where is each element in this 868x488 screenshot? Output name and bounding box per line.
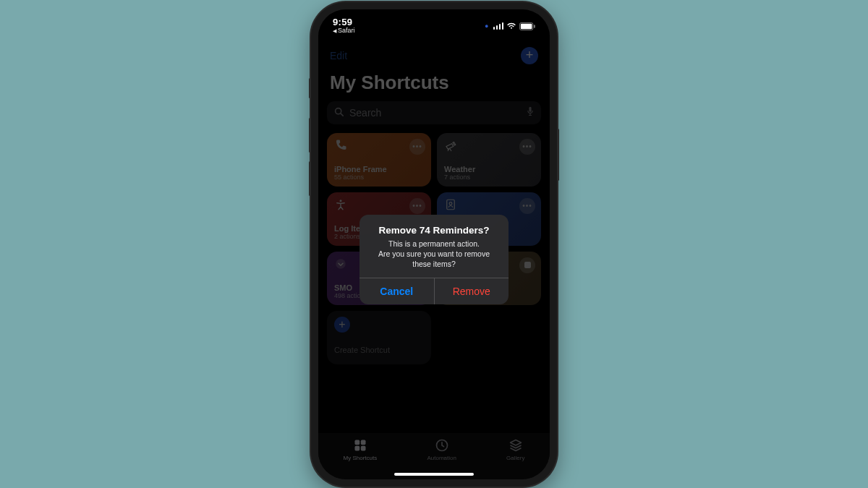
edit-button[interactable]: Edit: [330, 50, 347, 61]
clock-icon: [434, 437, 450, 453]
stop-icon[interactable]: [519, 257, 535, 273]
search-placeholder: Search: [349, 107, 521, 119]
phone-frame: 9:59 Safari ● Edit + My Shortcuts: [311, 2, 557, 487]
grid-icon: [352, 437, 368, 453]
badge-icon: [444, 198, 459, 213]
chevron-down-icon: [334, 257, 349, 272]
shortcut-tile[interactable]: ••• iPhone Frame 55 actions: [327, 133, 431, 187]
tab-label: Gallery: [506, 455, 524, 461]
svg-rect-1: [521, 23, 532, 28]
svg-point-9: [336, 259, 346, 269]
phone-icon: [334, 139, 349, 153]
tile-title: Weather: [444, 165, 534, 174]
search-input[interactable]: Search: [327, 101, 541, 124]
screen: 9:59 Safari ● Edit + My Shortcuts: [318, 9, 550, 479]
wifi-icon: [506, 22, 516, 30]
tile-subtitle: 55 actions: [334, 174, 424, 181]
cellular-signal-icon: [493, 22, 504, 30]
tab-gallery[interactable]: Gallery: [506, 437, 524, 461]
more-icon[interactable]: •••: [519, 198, 535, 214]
back-to-app[interactable]: Safari: [333, 27, 355, 34]
tab-my-shortcuts[interactable]: My Shortcuts: [344, 437, 378, 461]
svg-rect-12: [354, 445, 359, 450]
cancel-button[interactable]: Cancel: [359, 278, 435, 304]
remove-button[interactable]: Remove: [435, 278, 509, 304]
recording-indicator-icon: ●: [485, 22, 488, 30]
svg-rect-10: [354, 440, 359, 445]
stack-icon: [508, 437, 524, 453]
tab-label: My Shortcuts: [344, 455, 378, 461]
svg-rect-11: [361, 440, 366, 445]
status-time: 9:59: [333, 17, 352, 27]
notch: [380, 9, 488, 27]
shortcut-tile[interactable]: ••• Weather 7 actions: [437, 133, 541, 187]
svg-rect-13: [361, 445, 366, 450]
page-title: My Shortcuts: [327, 69, 541, 101]
telescope-icon: [444, 139, 459, 153]
svg-line-4: [341, 113, 343, 115]
svg-rect-5: [529, 106, 531, 111]
tile-subtitle: 7 actions: [444, 174, 534, 181]
battery-icon: [519, 22, 535, 30]
home-indicator[interactable]: [394, 473, 474, 476]
side-button: [557, 129, 559, 181]
side-button: [309, 118, 311, 153]
side-button: [309, 161, 311, 196]
svg-point-6: [340, 200, 342, 202]
tile-title: iPhone Frame: [334, 165, 424, 174]
create-shortcut-tile[interactable]: + Create Shortcut: [327, 311, 431, 364]
tab-label: Automation: [427, 455, 456, 461]
svg-rect-2: [534, 25, 535, 28]
dialog-title: Remove 74 Reminders?: [370, 225, 498, 236]
more-icon[interactable]: •••: [409, 198, 425, 214]
mic-icon[interactable]: [527, 106, 534, 119]
side-button: [309, 78, 311, 98]
plus-icon: +: [334, 317, 350, 333]
more-icon[interactable]: •••: [409, 139, 425, 155]
tile-title: Create Shortcut: [334, 346, 424, 354]
dialog-message: This is a permanent action.Are you sure …: [370, 239, 498, 270]
more-icon[interactable]: •••: [519, 139, 535, 155]
tab-automation[interactable]: Automation: [427, 437, 456, 461]
confirm-dialog: Remove 74 Reminders? This is a permanent…: [359, 215, 509, 305]
add-shortcut-button[interactable]: +: [521, 47, 538, 64]
search-icon: [334, 107, 344, 119]
svg-point-8: [449, 202, 452, 205]
accessibility-icon: [334, 198, 349, 213]
